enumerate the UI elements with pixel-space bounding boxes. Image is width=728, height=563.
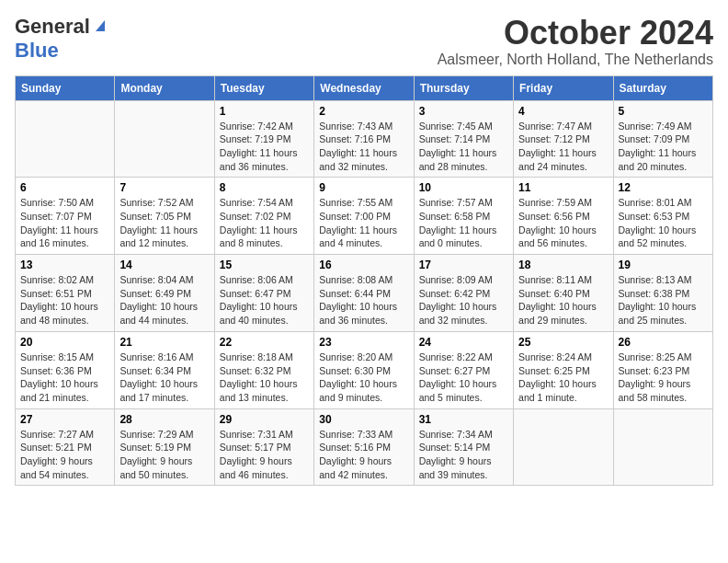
day-detail: Sunrise: 7:49 AM Sunset: 7:09 PM Dayligh… [619, 120, 708, 174]
calendar-cell: 14Sunrise: 8:04 AM Sunset: 6:49 PM Dayli… [115, 255, 214, 332]
day-detail: Sunrise: 7:31 AM Sunset: 5:17 PM Dayligh… [220, 428, 309, 482]
day-detail: Sunrise: 8:25 AM Sunset: 6:23 PM Dayligh… [619, 350, 708, 405]
day-detail: Sunrise: 8:11 AM Sunset: 6:40 PM Dayligh… [518, 273, 608, 327]
calendar-body: 1Sunrise: 7:42 AM Sunset: 7:19 PM Daylig… [16, 100, 713, 486]
calendar-cell: 20Sunrise: 8:15 AM Sunset: 6:36 PM Dayli… [16, 331, 115, 408]
calendar-cell: 3Sunrise: 7:45 AM Sunset: 7:14 PM Daylig… [414, 100, 513, 178]
day-number: 15 [220, 259, 309, 271]
day-detail: Sunrise: 7:43 AM Sunset: 7:16 PM Dayligh… [319, 120, 408, 174]
day-detail: Sunrise: 7:50 AM Sunset: 7:07 PM Dayligh… [20, 196, 109, 250]
day-detail: Sunrise: 8:02 AM Sunset: 6:51 PM Dayligh… [20, 273, 109, 327]
calendar-cell: 16Sunrise: 8:08 AM Sunset: 6:44 PM Dayli… [314, 255, 414, 332]
calendar-week-row: 6Sunrise: 7:50 AM Sunset: 7:07 PM Daylig… [16, 178, 713, 255]
calendar-week-row: 20Sunrise: 8:15 AM Sunset: 6:36 PM Dayli… [16, 331, 713, 408]
calendar-cell: 17Sunrise: 8:09 AM Sunset: 6:42 PM Dayli… [414, 255, 513, 332]
month-title: October 2024 [438, 15, 713, 52]
day-detail: Sunrise: 8:20 AM Sunset: 6:30 PM Dayligh… [319, 350, 408, 405]
day-number: 10 [419, 181, 508, 194]
day-detail: Sunrise: 7:45 AM Sunset: 7:14 PM Dayligh… [419, 120, 508, 174]
location-title: Aalsmeer, North Holland, The Netherlands [438, 52, 713, 68]
day-number: 3 [419, 105, 508, 118]
day-number: 6 [20, 181, 109, 194]
calendar-cell: 12Sunrise: 8:01 AM Sunset: 6:53 PM Dayli… [613, 178, 712, 255]
col-sunday: Sunday [16, 75, 115, 100]
day-number: 8 [220, 181, 309, 194]
svg-marker-0 [96, 20, 105, 31]
day-number: 14 [119, 259, 209, 271]
col-wednesday: Wednesday [314, 75, 414, 100]
day-number: 20 [20, 336, 109, 349]
day-number: 17 [419, 259, 508, 271]
day-number: 30 [319, 413, 408, 426]
title-block: October 2024 Aalsmeer, North Holland, Th… [438, 15, 713, 68]
day-number: 31 [419, 413, 508, 426]
logo-arrow-icon [92, 18, 107, 37]
logo: General Blue [15, 15, 107, 63]
calendar-table: Sunday Monday Tuesday Wednesday Thursday… [15, 75, 713, 487]
calendar-cell: 29Sunrise: 7:31 AM Sunset: 5:17 PM Dayli… [214, 408, 313, 486]
day-detail: Sunrise: 7:33 AM Sunset: 5:16 PM Dayligh… [319, 428, 408, 482]
col-thursday: Thursday [414, 75, 513, 100]
day-detail: Sunrise: 8:04 AM Sunset: 6:49 PM Dayligh… [119, 273, 209, 327]
day-detail: Sunrise: 8:01 AM Sunset: 6:53 PM Dayligh… [619, 196, 708, 250]
day-number: 26 [619, 336, 708, 349]
day-detail: Sunrise: 8:06 AM Sunset: 6:47 PM Dayligh… [220, 273, 309, 327]
col-tuesday: Tuesday [214, 75, 313, 100]
day-number: 19 [619, 259, 708, 271]
day-number: 5 [619, 105, 708, 118]
calendar-cell: 8Sunrise: 7:54 AM Sunset: 7:02 PM Daylig… [214, 178, 313, 255]
calendar-cell: 28Sunrise: 7:29 AM Sunset: 5:19 PM Dayli… [115, 408, 214, 486]
day-number: 21 [119, 336, 209, 349]
day-detail: Sunrise: 7:27 AM Sunset: 5:21 PM Dayligh… [20, 428, 109, 482]
day-detail: Sunrise: 7:47 AM Sunset: 7:12 PM Dayligh… [518, 120, 608, 174]
day-detail: Sunrise: 8:13 AM Sunset: 6:38 PM Dayligh… [619, 273, 708, 327]
calendar-cell: 26Sunrise: 8:25 AM Sunset: 6:23 PM Dayli… [613, 331, 712, 408]
calendar-week-row: 1Sunrise: 7:42 AM Sunset: 7:19 PM Daylig… [16, 100, 713, 178]
logo-general-text: General [15, 15, 90, 39]
day-number: 27 [20, 413, 109, 426]
day-detail: Sunrise: 8:16 AM Sunset: 6:34 PM Dayligh… [119, 350, 209, 405]
calendar-cell: 11Sunrise: 7:59 AM Sunset: 6:56 PM Dayli… [514, 178, 613, 255]
calendar-cell: 23Sunrise: 8:20 AM Sunset: 6:30 PM Dayli… [314, 331, 414, 408]
day-detail: Sunrise: 8:09 AM Sunset: 6:42 PM Dayligh… [419, 273, 508, 327]
day-number: 23 [319, 336, 408, 349]
calendar-cell [16, 100, 115, 178]
calendar-cell: 13Sunrise: 8:02 AM Sunset: 6:51 PM Dayli… [16, 255, 115, 332]
header-row: Sunday Monday Tuesday Wednesday Thursday… [16, 75, 713, 100]
col-friday: Friday [514, 75, 613, 100]
calendar-cell [115, 100, 214, 178]
calendar-cell: 5Sunrise: 7:49 AM Sunset: 7:09 PM Daylig… [613, 100, 712, 178]
day-detail: Sunrise: 7:59 AM Sunset: 6:56 PM Dayligh… [518, 196, 608, 250]
calendar-week-row: 13Sunrise: 8:02 AM Sunset: 6:51 PM Dayli… [16, 255, 713, 332]
calendar-cell: 21Sunrise: 8:16 AM Sunset: 6:34 PM Dayli… [115, 331, 214, 408]
day-number: 13 [20, 259, 109, 271]
day-detail: Sunrise: 8:08 AM Sunset: 6:44 PM Dayligh… [319, 273, 408, 327]
calendar-header: Sunday Monday Tuesday Wednesday Thursday… [16, 75, 713, 100]
col-saturday: Saturday [613, 75, 712, 100]
day-number: 18 [518, 259, 608, 271]
calendar-cell: 27Sunrise: 7:27 AM Sunset: 5:21 PM Dayli… [16, 408, 115, 486]
calendar-cell: 2Sunrise: 7:43 AM Sunset: 7:16 PM Daylig… [314, 100, 414, 178]
day-number: 2 [319, 105, 408, 118]
day-detail: Sunrise: 8:15 AM Sunset: 6:36 PM Dayligh… [20, 350, 109, 405]
calendar-cell: 30Sunrise: 7:33 AM Sunset: 5:16 PM Dayli… [314, 408, 414, 486]
day-number: 9 [319, 181, 408, 194]
calendar-week-row: 27Sunrise: 7:27 AM Sunset: 5:21 PM Dayli… [16, 408, 713, 486]
calendar-cell [613, 408, 712, 486]
day-number: 24 [419, 336, 508, 349]
day-detail: Sunrise: 8:24 AM Sunset: 6:25 PM Dayligh… [518, 350, 608, 405]
logo-blue-text: Blue [15, 39, 59, 62]
day-number: 25 [518, 336, 608, 349]
day-number: 1 [220, 105, 309, 118]
calendar-cell: 10Sunrise: 7:57 AM Sunset: 6:58 PM Dayli… [414, 178, 513, 255]
day-detail: Sunrise: 7:42 AM Sunset: 7:19 PM Dayligh… [220, 120, 309, 174]
calendar-cell: 25Sunrise: 8:24 AM Sunset: 6:25 PM Dayli… [514, 331, 613, 408]
calendar-cell: 31Sunrise: 7:34 AM Sunset: 5:14 PM Dayli… [414, 408, 513, 486]
day-detail: Sunrise: 7:52 AM Sunset: 7:05 PM Dayligh… [119, 196, 209, 250]
col-monday: Monday [115, 75, 214, 100]
day-number: 12 [619, 181, 708, 194]
day-detail: Sunrise: 7:29 AM Sunset: 5:19 PM Dayligh… [119, 428, 209, 482]
calendar-cell: 9Sunrise: 7:55 AM Sunset: 7:00 PM Daylig… [314, 178, 414, 255]
day-number: 22 [220, 336, 309, 349]
calendar-cell: 1Sunrise: 7:42 AM Sunset: 7:19 PM Daylig… [214, 100, 313, 178]
